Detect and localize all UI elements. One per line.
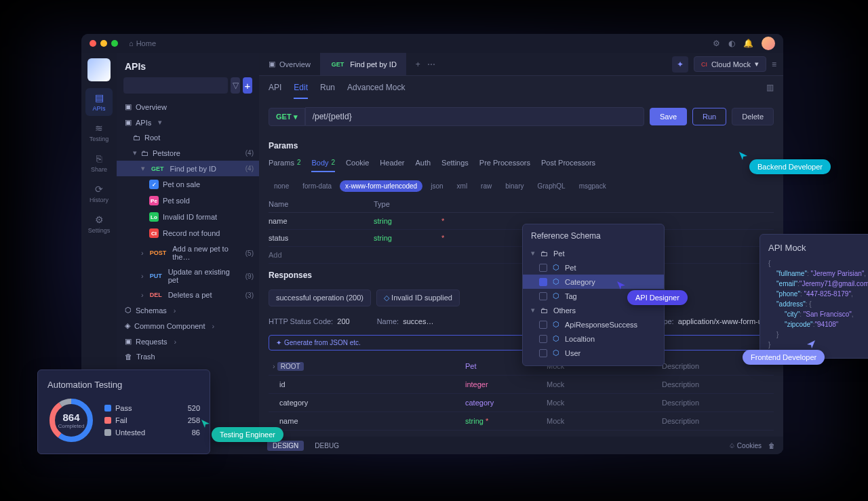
- subtab-run[interactable]: Run: [320, 83, 335, 99]
- ref-schema-item[interactable]: ⬡User: [523, 346, 664, 360]
- checkbox[interactable]: [539, 292, 547, 300]
- checkbox[interactable]: [539, 321, 547, 329]
- count-badge: (5): [245, 249, 254, 257]
- param-tab-auth[interactable]: Auth: [415, 159, 431, 172]
- name-value: succes…: [403, 317, 433, 325]
- gear-icon[interactable]: ⚙: [713, 39, 720, 48]
- ref-schema-item[interactable]: ⬡Localtion: [523, 332, 664, 346]
- body-type-xml[interactable]: xml: [452, 180, 473, 192]
- url-input[interactable]: [305, 107, 644, 126]
- add-button[interactable]: +: [243, 77, 252, 94]
- body-type-form-data[interactable]: form-data: [297, 180, 337, 192]
- ref-schema-item[interactable]: ⬡Category: [523, 275, 664, 289]
- rail-item-share[interactable]: ⎘Share: [85, 149, 113, 177]
- checkbox[interactable]: [539, 278, 547, 286]
- col-header-name: Name: [269, 200, 374, 208]
- param-row[interactable]: namestring*: [269, 213, 774, 230]
- rail-item-testing[interactable]: ≋Testing: [85, 119, 113, 146]
- checkbox[interactable]: [539, 349, 547, 357]
- help-icon[interactable]: ◐: [728, 39, 735, 48]
- clear-icon[interactable]: 🗑: [768, 442, 775, 449]
- debug-tab[interactable]: DEBUG: [309, 441, 344, 451]
- breadcrumb-home[interactable]: ⌂ Home: [129, 39, 156, 47]
- filter-button[interactable]: ▽: [231, 77, 240, 94]
- maximize-window-icon[interactable]: [111, 40, 118, 47]
- param-tab-params[interactable]: Params2: [269, 159, 300, 172]
- method-select[interactable]: GET ▾: [269, 108, 305, 126]
- body-type-GraphQL[interactable]: GraphQL: [532, 180, 570, 192]
- param-tab-settings[interactable]: Settings: [441, 159, 469, 172]
- param-row[interactable]: statusstring*: [269, 230, 774, 247]
- tree-example[interactable]: ✓Pet on sale: [117, 176, 259, 193]
- checkbox[interactable]: [539, 335, 547, 343]
- schema-row[interactable]: idintegerMockDescription: [269, 376, 774, 394]
- minimize-window-icon[interactable]: [100, 40, 107, 47]
- save-button[interactable]: Save: [650, 108, 687, 125]
- response-tab-invalid[interactable]: ◇ Invalid ID supplied: [376, 289, 460, 306]
- bell-icon[interactable]: 🔔: [743, 39, 753, 48]
- tree-endpoint[interactable]: ›DELDeletes a pet(3): [117, 287, 259, 302]
- rail-item-history[interactable]: ⟳History: [85, 180, 113, 207]
- search-input[interactable]: [123, 77, 228, 94]
- workspace-avatar[interactable]: [87, 58, 111, 81]
- wand-icon: ✦: [276, 339, 281, 346]
- tab-find-pet[interactable]: GETFind pet by ID: [320, 53, 406, 75]
- schema-row[interactable]: categorycategoryMockDescription: [269, 394, 774, 412]
- checkbox[interactable]: [539, 264, 547, 272]
- params-title: Params: [259, 134, 783, 155]
- tree-example[interactable]: PePet sold: [117, 193, 259, 209]
- tree-trash[interactable]: 🗑Trash: [117, 349, 259, 364]
- delete-button[interactable]: Delete: [732, 108, 774, 125]
- run-button[interactable]: Run: [692, 108, 726, 125]
- schema-row[interactable]: namestring *MockDescription: [269, 412, 774, 430]
- body-type-msgpack[interactable]: msgpack: [574, 180, 612, 192]
- tree-schemas[interactable]: ⬡Schemas›: [117, 302, 259, 318]
- ref-schema-item[interactable]: ⬡ApiResponseSuccess: [523, 317, 664, 332]
- generate-from-json-button[interactable]: ✦Generate from JSON etc.: [269, 335, 774, 350]
- body-type-json[interactable]: json: [425, 180, 448, 192]
- add-param-row[interactable]: Add: [269, 247, 774, 264]
- ref-schema-group[interactable]: ▾🗀Pet: [523, 246, 664, 260]
- tree-folder-petstore[interactable]: ▾🗀Petstore (4): [117, 145, 259, 161]
- rail-item-apis[interactable]: ▤APIs: [85, 88, 113, 116]
- cookies-button[interactable]: ♤ Cookies: [729, 442, 762, 449]
- more-icon[interactable]: ⋯: [427, 60, 435, 69]
- param-tab-cookie[interactable]: Cookie: [346, 159, 369, 172]
- add-tab-button[interactable]: +: [416, 60, 420, 69]
- close-window-icon[interactable]: [90, 40, 96, 47]
- tree-common-component[interactable]: ◈Common Component›: [117, 318, 259, 334]
- tree-endpoint[interactable]: ›PUTUpdate an existing pet(9): [117, 264, 259, 287]
- body-type-x-www-form-urlencoded[interactable]: x-www-form-urlencoded: [340, 180, 422, 192]
- subtab-edit[interactable]: Edit: [294, 83, 308, 99]
- method-label: GET: [276, 113, 292, 121]
- tree-requests[interactable]: ▣Requests›: [117, 334, 259, 349]
- user-avatar[interactable]: [762, 37, 775, 50]
- panel-toggle-icon[interactable]: ≡: [772, 60, 776, 69]
- subtab-advanced-mock[interactable]: Advanced Mock: [347, 83, 405, 99]
- tree-example[interactable]: CIRecord not found: [117, 225, 259, 241]
- env-selector[interactable]: CICloud Mock▾: [694, 56, 766, 72]
- body-type-raw[interactable]: raw: [475, 180, 497, 192]
- param-tab-header[interactable]: Header: [380, 159, 404, 172]
- subtab-api[interactable]: API: [269, 83, 281, 99]
- response-tab-200[interactable]: successful operation (200): [269, 289, 371, 306]
- ai-button[interactable]: ✦: [672, 56, 688, 73]
- ref-schema-group[interactable]: ▾🗀Others: [523, 303, 664, 317]
- rail-item-settings[interactable]: ⚙Settings: [85, 210, 113, 238]
- layout-icon[interactable]: ▥: [766, 83, 774, 99]
- tree-apis[interactable]: ▣APIs▾: [117, 115, 259, 130]
- param-tab-post-processors[interactable]: Post Processors: [541, 159, 595, 172]
- schema-row[interactable]: › ROOTPetMockDescription: [269, 357, 774, 376]
- body-type-binary[interactable]: binary: [500, 180, 529, 192]
- tree-endpoint[interactable]: ▾GETFind pet by ID(4): [117, 161, 259, 176]
- tree-endpoint[interactable]: ›POSTAdd a new pet to the…(5): [117, 241, 259, 264]
- tree-root[interactable]: 🗀Root: [117, 130, 259, 145]
- tree-overview[interactable]: ▣Overview: [117, 99, 259, 115]
- param-tab-body[interactable]: Body2: [311, 159, 335, 172]
- ref-schema-item[interactable]: ⬡Pet: [523, 260, 664, 275]
- tree-example[interactable]: LoInvalid ID format: [117, 209, 259, 225]
- body-type-none[interactable]: none: [269, 180, 294, 192]
- tab-overview[interactable]: ▣Overview: [259, 53, 320, 75]
- tree-label: Root: [144, 134, 160, 142]
- param-tab-pre-processors[interactable]: Pre Processors: [479, 159, 530, 172]
